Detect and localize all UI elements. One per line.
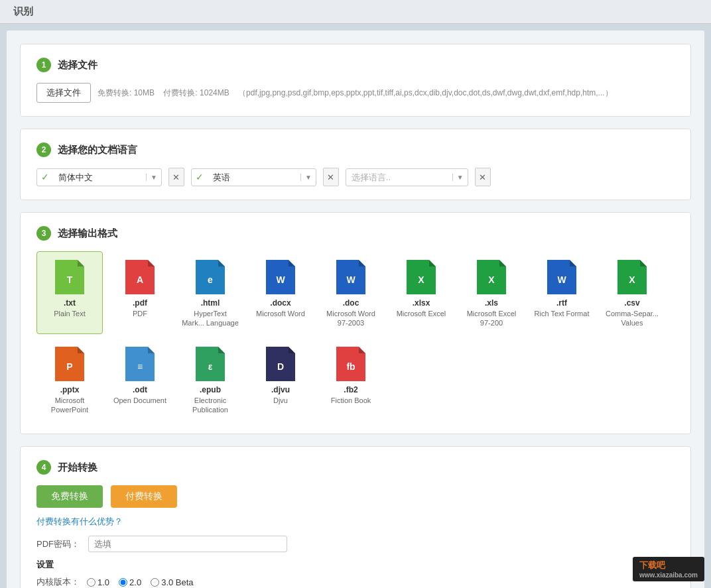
section3-title: 3 选择输出格式 [36,226,675,241]
format-ext-pdf: .pdf [133,298,147,308]
svg-text:X: X [488,274,495,285]
convert-row: 免费转换 付费转换 [36,485,675,508]
section1-label: 选择文件 [58,59,97,72]
svg-marker-1 [78,260,84,266]
format-item-pdf[interactable]: A .pdfPDF [107,251,173,334]
svg-text:X: X [629,274,635,285]
svg-text:W: W [346,274,356,285]
format-item-pptx[interactable]: P .pptxMicrosoft PowerPoint [36,338,103,421]
format-name-epub: Electronic Publication [182,396,239,415]
paid-convert-button[interactable]: 付费转换 [111,485,177,508]
lang1-select[interactable]: 简体中文 英语 法语 德语 [53,169,146,186]
svg-marker-34 [218,347,225,353]
format-icon-rtf: W [546,259,578,296]
format-item-fb2[interactable]: fb .fb2Fiction Book [318,338,384,421]
choose-file-button[interactable]: 选择文件 [36,83,91,103]
watermark-site: www.xiazaiba.com [639,571,698,579]
format-ext-djvu: .djvu [271,385,290,394]
pdf-password-row: PDF密码： [36,536,675,552]
format-item-xlsx[interactable]: X .xlsxMicrosoft Excel [388,251,454,334]
main-content: 1 选择文件 选择文件 免费转换: 10MB 付费转换: 1024MB （pdf… [7,30,704,588]
pdf-password-input[interactable] [88,536,287,552]
format-ext-odt: .odt [133,385,147,394]
svg-text:D: D [277,361,284,372]
format-name-doc: Microsoft Word 97-2003 [322,309,379,328]
version-1-option[interactable]: 1.0 [87,577,109,587]
lang2-arrow-icon: ▼ [300,174,316,181]
version-2-option[interactable]: 2.0 [119,577,141,587]
free-limit-text: 免费转换: 10MB 付费转换: 1024MB （pdf,jpg,png,psd… [97,88,613,99]
lang-selector-3: 选择语言.. 简体中文 英语 法语 ▼ [346,168,468,186]
svg-marker-22 [570,260,576,266]
format-item-odt[interactable]: ≡ .odtOpen Document [107,338,173,421]
format-name-odt: Open Document [113,396,166,405]
format-item-csv[interactable]: X .csvComma-Separ... Values [599,251,665,334]
step4-badge: 4 [36,460,51,475]
format-name-djvu: Djvu [273,396,288,405]
format-item-doc[interactable]: W .docMicrosoft Word 97-2003 [318,251,384,334]
svg-marker-10 [289,260,295,266]
svg-text:≡: ≡ [137,361,143,372]
format-icon-xls: X [476,259,507,296]
format-icon-pptx: P [54,345,86,382]
format-item-xls[interactable]: X .xlsMicrosoft Excel 97-200 [458,251,525,334]
section4-title: 4 开始转换 [36,460,675,475]
svg-marker-19 [499,260,506,266]
step2-badge: 2 [36,143,51,157]
watermark: 下载吧 www.xiazaiba.com [633,557,704,581]
lang2-remove-button[interactable]: ✕ [323,168,339,186]
lang-row: ✓ 简体中文 英语 法语 德语 ▼ ✕ ✓ 英语 简体中文 [36,168,675,186]
section-output-format: 3 选择输出格式 T .txtPlain Text A .pdfPDF e .h… [20,212,691,434]
svg-text:ε: ε [208,361,213,372]
svg-text:T: T [67,274,73,285]
format-item-html[interactable]: e .htmlHyperText Mark... Language [177,251,243,334]
format-item-txt[interactable]: T .txtPlain Text [36,251,103,334]
format-item-docx[interactable]: W .docxMicrosoft Word [247,251,314,334]
format-icon-djvu: D [265,345,296,382]
format-icon-fb2: fb [335,345,367,382]
format-grid: T .txtPlain Text A .pdfPDF e .htmlHyperT… [36,251,675,420]
section-language: 2 选择您的文档语言 ✓ 简体中文 英语 法语 德语 ▼ ✕ [20,129,691,200]
format-name-xlsx: Microsoft Excel [397,309,446,318]
lang1-check-icon: ✓ [37,172,53,182]
format-icon-csv: X [616,259,648,296]
format-icon-pdf: A [124,259,156,296]
format-ext-html: .html [201,298,220,308]
svg-text:X: X [418,274,424,285]
format-name-pptx: Microsoft PowerPoint [41,396,98,415]
format-name-docx: Microsoft Word [256,309,305,318]
format-ext-pptx: .pptx [60,385,80,394]
version-radio-group: 1.0 2.0 3.0 Beta [87,577,194,587]
format-name-html: HyperText Mark... Language [182,309,239,328]
lang1-remove-button[interactable]: ✕ [168,168,184,186]
lang3-select[interactable]: 选择语言.. 简体中文 英语 法语 [346,169,452,186]
format-name-xls: Microsoft Excel 97-200 [463,309,520,328]
format-name-rtf: Rich Text Format [535,309,590,318]
version-label: 内核版本： [36,576,83,588]
format-item-epub[interactable]: ε .epubElectronic Publication [177,338,243,421]
section4-label: 开始转换 [58,461,97,474]
free-convert-button[interactable]: 免费转换 [36,485,103,508]
format-icon-odt: ≡ [124,345,156,382]
svg-text:W: W [557,274,566,285]
version-3-option[interactable]: 3.0 Beta [151,577,193,587]
section-choose-file: 1 选择文件 选择文件 免费转换: 10MB 付费转换: 1024MB （pdf… [20,44,691,117]
svg-text:A: A [137,274,143,285]
svg-marker-31 [148,347,155,353]
format-ext-epub: .epub [200,385,221,394]
paid-advantage-link[interactable]: 付费转换有什么优势？ [36,516,123,528]
format-ext-txt: .txt [64,298,76,308]
page-wrapper: 识别 1 选择文件 选择文件 免费转换: 10MB 付费转换: 1024MB （… [0,0,711,588]
format-icon-doc: W [335,259,367,296]
svg-marker-40 [359,347,365,353]
format-icon-docx: W [265,259,296,296]
step1-badge: 1 [36,58,51,72]
lang2-select[interactable]: 英语 简体中文 法语 德语 [208,169,300,186]
format-ext-xls: .xls [485,298,498,308]
format-item-rtf[interactable]: W .rtfRich Text Format [529,251,595,334]
format-icon-xlsx: X [405,259,437,296]
svg-marker-7 [218,260,225,266]
format-item-djvu[interactable]: D .djvuDjvu [247,338,314,421]
lang3-remove-button[interactable]: ✕ [475,168,491,186]
format-name-csv: Comma-Separ... Values [604,309,661,328]
